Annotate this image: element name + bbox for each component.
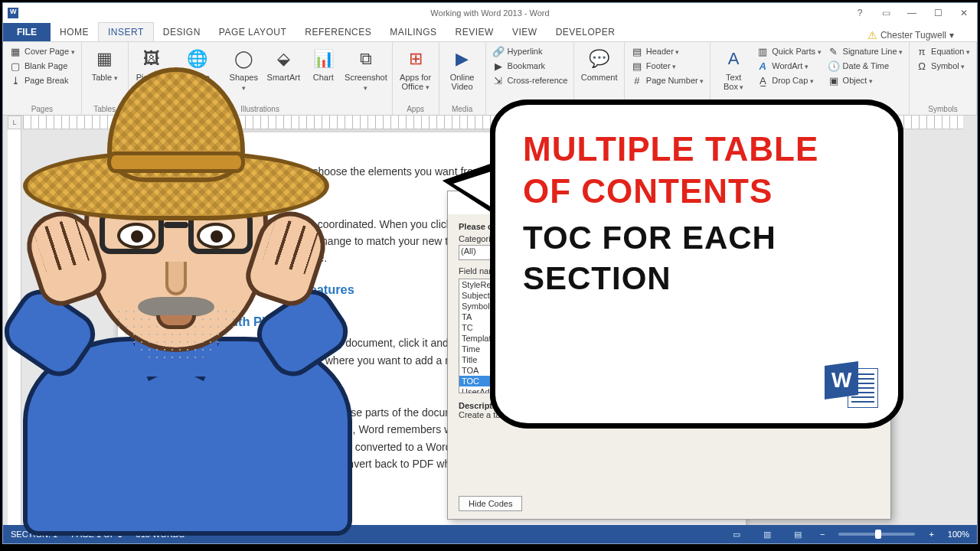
print-layout-icon[interactable]: ▥ — [759, 527, 776, 541]
speech-bubble: MULTIPLE TABLE OF CONTENTS TOC FOR EACH … — [490, 99, 903, 429]
tab-design[interactable]: DESIGN — [154, 23, 210, 41]
word-app-icon: W — [825, 364, 878, 412]
presenter-avatar — [0, 46, 375, 536]
symbol-button[interactable]: ΩSymbol — [916, 60, 970, 72]
ribbon-collapse-icon[interactable]: ▭ — [873, 5, 899, 21]
apps-for-office-button[interactable]: ⊞Apps for Office — [399, 45, 433, 92]
tab-view[interactable]: VIEW — [503, 23, 547, 41]
group-apps: ⊞Apps for Office Apps — [393, 42, 439, 115]
page-number-button[interactable]: #Page Number — [631, 74, 704, 86]
minimize-icon[interactable]: — — [899, 5, 925, 21]
account-user[interactable]: ⚠ Chester Tugwell ▾ — [867, 29, 977, 41]
web-layout-icon[interactable]: ▤ — [789, 527, 806, 541]
header-button[interactable]: ▤Header — [631, 45, 704, 57]
group-symbols: πEquation ΩSymbol Symbols — [910, 42, 977, 115]
zoom-level[interactable]: 100% — [948, 530, 969, 539]
close-icon[interactable]: ✕ — [951, 5, 977, 21]
group-media: ▶Online Video Media — [439, 42, 486, 115]
maximize-icon[interactable]: ☐ — [925, 5, 951, 21]
bubble-line-4: SECTION — [523, 259, 871, 299]
chevron-down-icon: ▾ — [949, 30, 954, 41]
equation-button[interactable]: πEquation — [916, 45, 970, 57]
warning-icon: ⚠ — [867, 29, 877, 41]
bubble-line-2: OF CONTENTS — [523, 170, 871, 212]
date-time-button[interactable]: 🕔Date & Time — [828, 60, 903, 72]
hyperlink-button[interactable]: 🔗Hyperlink — [492, 45, 568, 57]
online-video-button[interactable]: ▶Online Video — [446, 45, 479, 91]
zoom-in-icon[interactable]: + — [929, 530, 933, 539]
zoom-out-icon[interactable]: − — [820, 530, 825, 539]
tab-references[interactable]: REFERENCES — [296, 23, 381, 41]
signature-line-button[interactable]: ✎Signature Line — [828, 45, 903, 57]
help-icon[interactable]: ? — [847, 5, 873, 21]
object-button[interactable]: ▣Object — [828, 74, 903, 86]
tab-page-layout[interactable]: PAGE LAYOUT — [210, 23, 296, 41]
hide-codes-button[interactable]: Hide Codes — [459, 496, 522, 511]
zoom-slider[interactable] — [838, 533, 915, 536]
ribbon-tab-strip: FILE HOME INSERT DESIGN PAGE LAYOUT REFE… — [3, 22, 977, 42]
cross-reference-button[interactable]: ⇲Cross-reference — [492, 74, 568, 86]
tab-home[interactable]: HOME — [51, 23, 98, 41]
read-mode-icon[interactable]: ▭ — [728, 527, 745, 541]
window-title: Working with Word 2013 - Word — [3, 8, 977, 18]
window-titlebar: Working with Word 2013 - Word ? ▭ — ☐ ✕ — [3, 3, 977, 22]
drop-cap-button[interactable]: A̲Drop Cap — [756, 74, 821, 86]
tab-file[interactable]: FILE — [3, 23, 51, 41]
quick-parts-button[interactable]: ▥Quick Parts — [756, 45, 821, 57]
wordart-button[interactable]: AWordArt — [756, 60, 821, 72]
text-box-button[interactable]: AText Box — [717, 45, 750, 92]
tab-developer[interactable]: DEVELOPER — [547, 23, 625, 41]
footer-button[interactable]: ▤Footer — [631, 60, 704, 72]
comment-button[interactable]: 💬Comment — [580, 45, 617, 82]
bubble-line-1: MULTIPLE TABLE — [523, 128, 871, 170]
tab-review[interactable]: REVIEW — [446, 23, 503, 41]
tab-insert[interactable]: INSERT — [98, 22, 154, 41]
bubble-line-3: TOC FOR EACH — [523, 218, 871, 259]
tab-mailings[interactable]: MAILINGS — [381, 23, 446, 41]
bookmark-button[interactable]: ▶Bookmark — [492, 60, 568, 72]
user-name: Chester Tugwell — [880, 30, 946, 41]
